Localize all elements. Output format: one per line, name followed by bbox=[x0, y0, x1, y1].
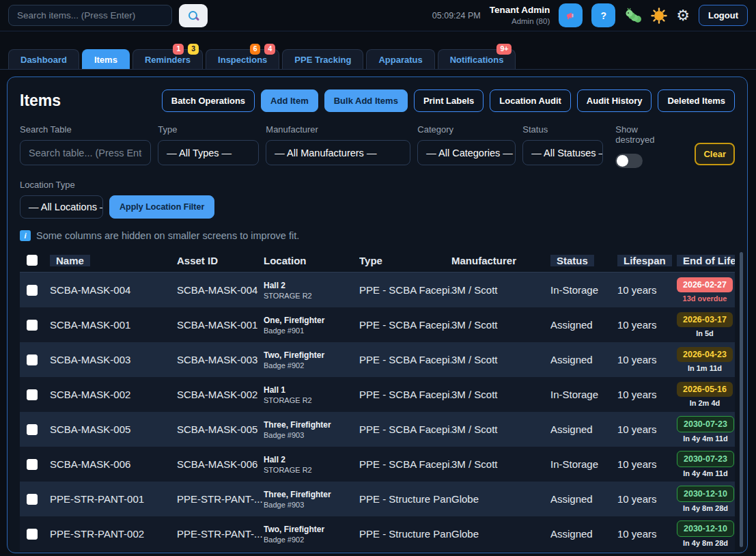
show-destroyed-toggle[interactable] bbox=[615, 154, 643, 168]
item-asset-id: SCBA-MASK-004 bbox=[177, 284, 264, 296]
global-search-button[interactable] bbox=[179, 4, 208, 27]
item-location: Three, Firefighter Badge #903 bbox=[264, 420, 359, 439]
page-title: Items bbox=[20, 92, 61, 110]
tab-dashboard[interactable]: Dashboard bbox=[8, 49, 79, 69]
eol-date-badge: 2026-04-23 bbox=[677, 347, 733, 362]
column-header-label[interactable]: End of Life ▲ bbox=[677, 255, 735, 266]
category-select[interactable]: — All Categories — bbox=[417, 140, 516, 165]
location-select[interactable]: — All Locations – bbox=[20, 195, 103, 219]
location-secondary: Badge #902 bbox=[264, 536, 359, 544]
eol-date-badge: 2030-12-10 bbox=[677, 520, 734, 537]
table-scrollbar[interactable] bbox=[740, 252, 743, 547]
caterpillar-icon[interactable] bbox=[624, 8, 642, 24]
manufacturer-select[interactable]: — All Manufacturers — bbox=[266, 140, 410, 165]
column-header-asset-id[interactable]: Asset ID bbox=[177, 255, 264, 266]
tab-label: Reminders bbox=[145, 55, 191, 65]
tab-inspections[interactable]: Inspections 64 bbox=[206, 49, 279, 69]
column-header-status[interactable]: Status bbox=[550, 255, 617, 266]
manufacturer-field: Manufacturer — All Manufacturers — bbox=[266, 124, 410, 165]
row-checkbox[interactable] bbox=[27, 529, 38, 540]
tab-ppe-tracking[interactable]: PPE Tracking bbox=[282, 49, 363, 69]
column-header-lifespan[interactable]: Lifespan bbox=[617, 255, 677, 266]
row-checkbox[interactable] bbox=[27, 424, 38, 435]
column-header-type[interactable]: Type bbox=[359, 255, 451, 266]
type-select[interactable]: — All Types — bbox=[158, 140, 259, 165]
batch-operations-button[interactable]: Batch Operations bbox=[162, 89, 255, 112]
column-header-end-of-life[interactable]: End of Life ▲ bbox=[677, 255, 735, 266]
audit-history-button[interactable]: Audit History bbox=[577, 89, 652, 112]
select-all-checkbox[interactable] bbox=[27, 255, 38, 266]
type-field: Type — All Types — bbox=[158, 124, 259, 165]
column-header-label[interactable]: Lifespan bbox=[617, 255, 672, 266]
eol-date-badge: 2030-07-23 bbox=[677, 416, 734, 432]
tab-badge: 9+ bbox=[496, 44, 512, 55]
settings-gear-icon[interactable]: ⚙ bbox=[676, 8, 690, 23]
clear-filters-button[interactable]: Clear bbox=[695, 143, 735, 165]
item-lifespan: 10 years bbox=[617, 423, 677, 435]
column-header-label[interactable]: Name bbox=[50, 255, 90, 266]
bulk-add-items-button[interactable]: Bulk Add Items bbox=[324, 89, 408, 112]
item-name: SCBA-MASK-004 bbox=[50, 284, 177, 296]
location-primary: Two, Firefighter bbox=[264, 350, 359, 360]
sun-icon[interactable] bbox=[651, 8, 667, 24]
row-checkbox[interactable] bbox=[27, 494, 38, 505]
tab-notifications[interactable]: Notifications 9+ bbox=[438, 49, 516, 69]
item-name: SCBA-MASK-006 bbox=[50, 458, 177, 470]
item-location: Two, Firefighter Badge #902 bbox=[264, 525, 359, 544]
row-checkbox[interactable] bbox=[27, 320, 38, 331]
table-row[interactable]: SCBA-MASK-005 SCBA-MASK-005 Three, Firef… bbox=[20, 412, 735, 447]
tab-reminders[interactable]: Reminders 13 bbox=[132, 49, 203, 69]
table-row[interactable]: SCBA-MASK-003 SCBA-MASK-003 Two, Firefig… bbox=[20, 342, 735, 377]
item-location: Two, Firefighter Badge #902 bbox=[264, 350, 359, 370]
table-row[interactable]: PPE-STR-PANT-002 PPE-STR-PANT-... Two, F… bbox=[20, 516, 735, 551]
announcements-button[interactable] bbox=[559, 3, 583, 27]
column-header-label[interactable]: Manufacturer bbox=[451, 255, 516, 266]
help-button[interactable]: ? bbox=[591, 3, 615, 27]
category-label: Category bbox=[417, 124, 516, 135]
item-manufacturer: 3M / Scott bbox=[451, 354, 550, 365]
tab-apparatus[interactable]: Apparatus bbox=[366, 49, 434, 69]
row-checkbox[interactable] bbox=[27, 459, 38, 470]
column-header-location[interactable]: Location bbox=[264, 255, 359, 266]
column-header-name[interactable]: Name bbox=[50, 255, 177, 266]
print-labels-button[interactable]: Print Labels bbox=[414, 89, 484, 112]
row-checkbox[interactable] bbox=[27, 285, 38, 296]
item-type: PPE - SCBA Facepi... bbox=[359, 458, 451, 470]
apply-location-filter-button[interactable]: Apply Location Filter bbox=[109, 195, 214, 219]
row-checkbox[interactable] bbox=[27, 389, 38, 400]
table-row[interactable]: SCBA-MASK-002 SCBA-MASK-002 Hall 1 STORA… bbox=[20, 377, 735, 412]
tab-badge: 3 bbox=[188, 44, 199, 55]
logout-button[interactable]: Logout bbox=[699, 5, 748, 26]
status-select[interactable]: — All Statuses — bbox=[522, 140, 603, 165]
global-search-input[interactable] bbox=[8, 5, 172, 26]
column-header-label[interactable]: Type bbox=[359, 255, 382, 266]
location-audit-button[interactable]: Location Audit bbox=[490, 89, 571, 112]
item-name: PPE-STR-PANT-001 bbox=[50, 493, 177, 505]
item-type: PPE - SCBA Facepi... bbox=[359, 319, 451, 331]
item-end-of-life: 2030-12-10 In 4y 8m 28d bbox=[677, 520, 744, 547]
table-row[interactable]: SCBA-MASK-006 SCBA-MASK-006 Hall 2 STORA… bbox=[20, 447, 735, 482]
table-row[interactable]: SCBA-MASK-001 SCBA-MASK-001 One, Firefig… bbox=[20, 307, 735, 342]
add-item-button[interactable]: Add Item bbox=[261, 89, 318, 112]
tab-items[interactable]: Items bbox=[82, 49, 130, 69]
item-manufacturer: Globe bbox=[451, 528, 550, 540]
category-field: Category — All Categories — bbox=[417, 124, 516, 165]
item-status: Assigned bbox=[550, 354, 617, 365]
tab-bar: Dashboard Items Reminders 13 Inspections… bbox=[0, 31, 756, 70]
column-header-manufacturer[interactable]: Manufacturer bbox=[451, 255, 550, 266]
table-search-input[interactable] bbox=[20, 140, 151, 165]
item-manufacturer: 3M / Scott bbox=[451, 458, 550, 470]
table-row[interactable]: PPE-STR-PANT-001 PPE-STR-PANT-... Three,… bbox=[20, 482, 735, 516]
eol-countdown: In 4y 8m 28d bbox=[677, 539, 734, 547]
item-manufacturer: 3M / Scott bbox=[451, 319, 550, 331]
column-header-label[interactable]: Location bbox=[264, 255, 307, 266]
table-row[interactable]: SCBA-MASK-004 SCBA-MASK-004 Hall 2 STORA… bbox=[20, 273, 735, 307]
item-manufacturer: Globe bbox=[451, 493, 550, 505]
item-location: Hall 2 STORAGE R2 bbox=[264, 281, 359, 300]
row-checkbox[interactable] bbox=[27, 355, 38, 365]
column-header-label[interactable]: Asset ID bbox=[177, 255, 218, 266]
column-header-label[interactable]: Status bbox=[550, 255, 594, 266]
filter-bar: Search Table Type — All Types — Manufact… bbox=[20, 124, 735, 168]
deleted-items-button[interactable]: Deleted Items bbox=[658, 89, 735, 112]
tab-badges: 9+ bbox=[496, 44, 512, 55]
